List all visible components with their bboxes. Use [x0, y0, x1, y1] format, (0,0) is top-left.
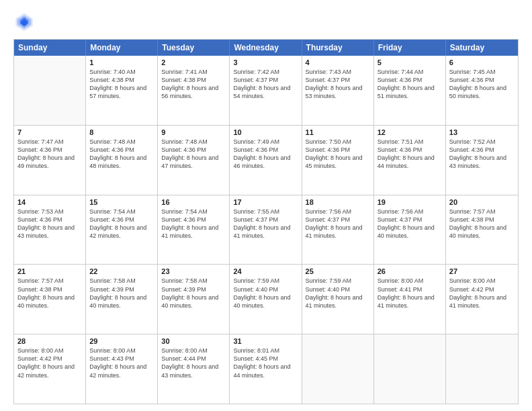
calendar-day-cell: 6Sunrise: 7:45 AMSunset: 4:36 PMDaylight…: [446, 56, 518, 125]
day-info: Sunrise: 7:42 AMSunset: 4:37 PMDaylight:…: [233, 68, 298, 101]
daylight-label: Daylight: 8 hours and 42 minutes.: [89, 224, 146, 239]
sunset-label: Sunset: 4:37 PM: [306, 77, 351, 83]
sunset-label: Sunset: 4:36 PM: [161, 146, 206, 153]
calendar-day-cell: 3Sunrise: 7:42 AMSunset: 4:37 PMDaylight…: [230, 56, 302, 125]
calendar-empty-cell: [446, 334, 518, 404]
day-info: Sunrise: 7:59 AMSunset: 4:40 PMDaylight:…: [306, 277, 370, 310]
calendar-day-header: Wednesday: [230, 40, 302, 56]
daylight-label: Daylight: 8 hours and 41 minutes.: [306, 224, 363, 239]
day-number: 8: [89, 128, 154, 136]
sunset-label: Sunset: 4:36 PM: [233, 146, 278, 153]
daylight-label: Daylight: 8 hours and 41 minutes.: [306, 294, 363, 309]
day-info: Sunrise: 7:49 AMSunset: 4:36 PMDaylight:…: [233, 138, 298, 171]
sunset-label: Sunset: 4:39 PM: [89, 286, 134, 293]
sunset-label: Sunset: 4:40 PM: [306, 286, 351, 293]
sunrise-label: Sunrise: 7:56 AM: [306, 208, 352, 215]
sunset-label: Sunset: 4:36 PM: [89, 146, 134, 153]
day-info: Sunrise: 7:58 AMSunset: 4:39 PMDaylight:…: [89, 277, 154, 310]
sunset-label: Sunset: 4:36 PM: [378, 146, 423, 153]
sunset-label: Sunset: 4:36 PM: [89, 216, 134, 223]
day-number: 27: [449, 267, 515, 275]
day-number: 6: [449, 58, 515, 66]
day-number: 20: [449, 198, 515, 206]
day-number: 21: [17, 267, 82, 275]
calendar-week: 14Sunrise: 7:53 AMSunset: 4:36 PMDayligh…: [14, 195, 518, 265]
day-number: 22: [89, 267, 154, 275]
calendar-day-cell: 18Sunrise: 7:56 AMSunset: 4:37 PMDayligh…: [302, 195, 374, 265]
calendar-day-cell: 27Sunrise: 8:00 AMSunset: 4:42 PMDayligh…: [446, 265, 518, 334]
day-info: Sunrise: 7:50 AMSunset: 4:36 PMDaylight:…: [306, 138, 370, 171]
daylight-label: Daylight: 8 hours and 51 minutes.: [378, 85, 435, 99]
sunset-label: Sunset: 4:40 PM: [233, 286, 278, 293]
sunset-label: Sunset: 4:38 PM: [89, 77, 134, 83]
sunrise-label: Sunrise: 7:42 AM: [233, 68, 279, 75]
day-info: Sunrise: 7:44 AMSunset: 4:36 PMDaylight:…: [378, 68, 442, 101]
calendar-day-cell: 25Sunrise: 7:59 AMSunset: 4:40 PMDayligh…: [302, 265, 374, 334]
sunset-label: Sunset: 4:37 PM: [233, 216, 278, 223]
day-number: 4: [306, 58, 370, 66]
calendar-day-cell: 24Sunrise: 7:59 AMSunset: 4:40 PMDayligh…: [230, 265, 302, 334]
day-number: 25: [306, 267, 370, 275]
day-number: 3: [233, 58, 298, 66]
day-number: 17: [233, 198, 298, 206]
sunrise-label: Sunrise: 7:54 AM: [161, 208, 208, 215]
sunset-label: Sunset: 4:44 PM: [161, 355, 206, 362]
day-number: 14: [17, 198, 82, 206]
sunrise-label: Sunrise: 7:58 AM: [161, 277, 208, 284]
calendar-day-cell: 12Sunrise: 7:51 AMSunset: 4:36 PMDayligh…: [374, 126, 446, 195]
daylight-label: Daylight: 8 hours and 41 minutes.: [161, 224, 218, 239]
sunrise-label: Sunrise: 8:00 AM: [17, 347, 64, 354]
daylight-label: Daylight: 8 hours and 41 minutes.: [378, 294, 435, 309]
sunset-label: Sunset: 4:36 PM: [17, 216, 62, 223]
daylight-label: Daylight: 8 hours and 40 minutes.: [161, 294, 218, 309]
sunset-label: Sunset: 4:42 PM: [449, 286, 494, 293]
daylight-label: Daylight: 8 hours and 42 minutes.: [17, 363, 75, 378]
day-info: Sunrise: 8:00 AMSunset: 4:42 PMDaylight:…: [17, 347, 82, 379]
sunset-label: Sunset: 4:38 PM: [449, 216, 494, 223]
day-info: Sunrise: 7:55 AMSunset: 4:37 PMDaylight:…: [233, 208, 298, 240]
calendar-day-cell: 8Sunrise: 7:48 AMSunset: 4:36 PMDaylight…: [86, 126, 158, 195]
day-info: Sunrise: 8:00 AMSunset: 4:43 PMDaylight:…: [89, 347, 154, 379]
daylight-label: Daylight: 8 hours and 50 minutes.: [449, 85, 506, 99]
day-number: 26: [378, 267, 442, 275]
daylight-label: Daylight: 8 hours and 44 minutes.: [233, 363, 290, 378]
day-info: Sunrise: 7:54 AMSunset: 4:36 PMDaylight:…: [89, 208, 154, 240]
sunset-label: Sunset: 4:37 PM: [306, 216, 351, 223]
calendar-day-cell: 19Sunrise: 7:56 AMSunset: 4:37 PMDayligh…: [374, 195, 446, 265]
sunrise-label: Sunrise: 7:53 AM: [17, 208, 64, 215]
calendar-day-cell: 30Sunrise: 8:00 AMSunset: 4:44 PMDayligh…: [158, 334, 230, 404]
calendar-day-cell: 26Sunrise: 8:00 AMSunset: 4:41 PMDayligh…: [374, 265, 446, 334]
daylight-label: Daylight: 8 hours and 47 minutes.: [161, 154, 218, 169]
day-number: 2: [161, 58, 226, 66]
day-number: 5: [378, 58, 442, 66]
daylight-label: Daylight: 8 hours and 40 minutes.: [89, 294, 146, 309]
calendar-day-cell: 14Sunrise: 7:53 AMSunset: 4:36 PMDayligh…: [14, 195, 86, 265]
daylight-label: Daylight: 8 hours and 43 minutes.: [161, 363, 218, 378]
logo-icon: [13, 11, 35, 32]
day-number: 9: [161, 128, 226, 136]
calendar: SundayMondayTuesdayWednesdayThursdayFrid…: [13, 39, 519, 404]
sunrise-label: Sunrise: 8:00 AM: [378, 277, 424, 284]
day-info: Sunrise: 7:56 AMSunset: 4:37 PMDaylight:…: [306, 208, 370, 240]
calendar-day-header: Monday: [86, 40, 158, 56]
sunset-label: Sunset: 4:43 PM: [89, 355, 134, 362]
calendar-day-cell: 16Sunrise: 7:54 AMSunset: 4:36 PMDayligh…: [158, 195, 230, 265]
day-number: 13: [449, 128, 515, 136]
day-info: Sunrise: 7:53 AMSunset: 4:36 PMDaylight:…: [17, 208, 82, 240]
daylight-label: Daylight: 8 hours and 57 minutes.: [89, 85, 146, 99]
daylight-label: Daylight: 8 hours and 42 minutes.: [89, 363, 146, 378]
daylight-label: Daylight: 8 hours and 49 minutes.: [17, 154, 75, 169]
sunrise-label: Sunrise: 7:55 AM: [233, 208, 279, 215]
calendar-day-cell: 29Sunrise: 8:00 AMSunset: 4:43 PMDayligh…: [86, 334, 158, 404]
calendar-day-cell: 7Sunrise: 7:47 AMSunset: 4:36 PMDaylight…: [14, 126, 86, 195]
sunrise-label: Sunrise: 7:54 AM: [89, 208, 136, 215]
calendar-header: SundayMondayTuesdayWednesdayThursdayFrid…: [14, 40, 518, 56]
day-info: Sunrise: 7:57 AMSunset: 4:38 PMDaylight:…: [17, 277, 82, 310]
page: SundayMondayTuesdayWednesdayThursdayFrid…: [0, 0, 532, 411]
calendar-empty-cell: [302, 334, 374, 404]
daylight-label: Daylight: 8 hours and 43 minutes.: [449, 154, 506, 169]
day-number: 29: [89, 337, 154, 345]
calendar-empty-cell: [374, 334, 446, 404]
calendar-day-header: Friday: [374, 40, 446, 56]
daylight-label: Daylight: 8 hours and 41 minutes.: [233, 224, 290, 239]
